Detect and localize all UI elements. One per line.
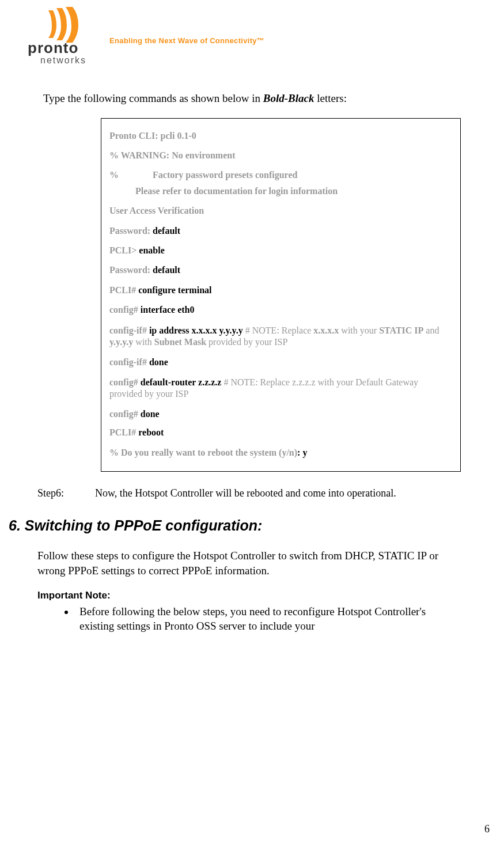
cli-prompt: PCLI> <box>109 245 139 255</box>
cli-note: x.x.x.x <box>313 325 339 335</box>
cli-prompt: config# <box>109 305 141 315</box>
cli-note: with <box>133 337 154 347</box>
document-header: pronto networks Enabling the Next Wave o… <box>23 0 481 69</box>
cli-prompt: config# <box>109 377 141 387</box>
step6-label: Step6: <box>37 486 95 500</box>
cli-input: done <box>141 409 160 419</box>
cli-input: ip address x.x.x.x y.y.y.y <box>149 325 243 335</box>
cli-line: % <box>109 170 119 180</box>
cli-line: User Access Verification <box>109 206 204 215</box>
cli-input: done <box>149 357 168 367</box>
cli-prompt: config-if# <box>109 325 149 335</box>
cli-prompt: Password: <box>109 265 153 275</box>
tagline-text: Enabling the Next Wave of Connectivity™ <box>109 36 264 45</box>
intro-prefix: Type the following commands as shown bel… <box>43 92 263 104</box>
cli-prompt: config# <box>109 409 141 419</box>
svg-text:networks: networks <box>40 55 86 65</box>
cli-prompt: config-if# <box>109 357 149 367</box>
step6-text: Now, the Hotspot Controller will be rebo… <box>95 486 481 500</box>
intro-paragraph: Type the following commands as shown bel… <box>43 91 481 107</box>
cli-note: STATIC IP <box>379 325 423 335</box>
section-6-heading: 6. Switching to PPPoE configuration: <box>9 517 481 534</box>
cli-note: # NOTE: Replace <box>243 325 314 335</box>
important-note-heading: Important Note: <box>37 590 481 601</box>
cli-prompt: PCLI# <box>109 285 138 295</box>
cli-input: configure terminal <box>138 285 211 295</box>
intro-suffix: letters: <box>314 92 346 104</box>
cli-note: and <box>423 325 439 335</box>
intro-emphasis: Bold-Black <box>263 92 314 104</box>
cli-line: Please refer to documentation for login … <box>109 186 338 196</box>
page-number: 6 <box>484 823 490 835</box>
cli-input: interface eth0 <box>141 305 195 315</box>
cli-prompt: PCLI# <box>109 427 138 437</box>
section-6-paragraph: Follow these steps to configure the Hots… <box>37 548 461 578</box>
important-note-list: Before following the below steps, you ne… <box>58 604 461 634</box>
cli-input: reboot <box>138 427 164 437</box>
cli-input: : y <box>297 448 307 457</box>
important-note-bullet: Before following the below steps, you ne… <box>75 604 461 634</box>
cli-prompt: Password: <box>109 226 153 236</box>
cli-input: default-router z.z.z.z <box>141 377 222 387</box>
cli-note: y.y.y.y <box>109 337 133 347</box>
cli-note: provided by your ISP <box>206 337 287 347</box>
cli-note: with your <box>339 325 379 335</box>
cli-input: enable <box>139 245 164 255</box>
cli-input: default <box>153 265 180 275</box>
cli-output-box: Pronto CLI: pcli 0.1-0 % WARNING: No env… <box>101 118 461 472</box>
cli-note: Subnet Mask <box>154 337 206 347</box>
cli-line: Pronto CLI: pcli 0.1-0 <box>109 131 196 141</box>
svg-text:pronto: pronto <box>28 39 78 56</box>
cli-input: default <box>153 226 180 236</box>
cli-line: % WARNING: No environment <box>109 150 236 160</box>
cli-line: % Do you really want to reboot the syste… <box>109 448 297 457</box>
pronto-logo-icon: pronto networks <box>23 6 92 69</box>
cli-line: Factory password presets configured <box>121 170 297 180</box>
step6-row: Step6: Now, the Hotspot Controller will … <box>37 486 481 500</box>
